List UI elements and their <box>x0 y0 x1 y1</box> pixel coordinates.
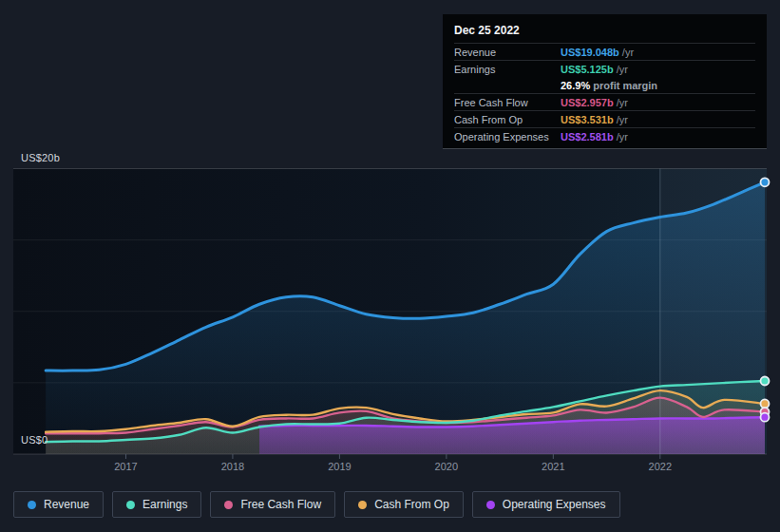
tooltip-row-label: Earnings <box>454 64 561 75</box>
tooltip-row-label: Revenue <box>454 47 561 58</box>
legend-dot-icon <box>28 501 36 509</box>
profit-margin-label: profit margin <box>590 80 657 91</box>
per-year-suffix: /yr <box>614 114 628 125</box>
legend-label: Earnings <box>143 498 187 511</box>
y-axis-label-top: US$20b <box>21 152 60 163</box>
tooltip-row-value: US$2.957b /yr <box>561 97 628 108</box>
per-year-suffix: /yr <box>614 64 628 75</box>
legend-item-revenue[interactable]: Revenue <box>13 491 104 518</box>
tooltip-row-label: Operating Expenses <box>454 131 561 142</box>
x-axis-label-2017: 2017 <box>114 461 137 472</box>
x-axis-label-2022: 2022 <box>649 461 672 472</box>
tooltip-row: 26.9% profit margin <box>454 77 755 93</box>
marker-cash-from-op[interactable] <box>761 399 770 408</box>
tooltip-row-label: Cash From Op <box>454 114 561 125</box>
tooltip-row: Operating ExpensesUS$2.581b /yr <box>454 127 755 144</box>
marker-earnings[interactable] <box>761 376 770 385</box>
chart-tooltip: Dec 25 2022 RevenueUS$19.048b /yrEarning… <box>443 14 767 149</box>
profit-margin-value: 26.9% <box>561 80 590 91</box>
tooltip-row-value: US$5.125b /yr <box>561 64 628 75</box>
legend-dot-icon <box>358 501 367 509</box>
legend-label: Revenue <box>44 498 89 511</box>
tooltip-row: Cash From OpUS$3.531b /yr <box>454 110 755 127</box>
legend-dot-icon <box>224 501 233 509</box>
legend-item-earnings[interactable]: Earnings <box>112 491 201 518</box>
tooltip-row: RevenueUS$19.048b /yr <box>454 43 755 60</box>
marker-operating-expenses[interactable] <box>761 413 770 422</box>
x-axis-label-2021: 2021 <box>542 461 564 472</box>
chart-legend: RevenueEarningsFree Cash FlowCash From O… <box>13 491 620 518</box>
per-year-suffix: /yr <box>614 97 628 108</box>
legend-dot-icon <box>126 501 135 509</box>
tooltip-rows: RevenueUS$19.048b /yrEarningsUS$5.125b /… <box>454 43 755 144</box>
y-axis-label-bottom: US$0 <box>21 434 48 446</box>
legend-dot-icon <box>486 501 495 509</box>
per-year-suffix: /yr <box>614 131 628 142</box>
tooltip-date: Dec 25 2022 <box>454 20 755 43</box>
marker-revenue[interactable] <box>761 178 770 186</box>
tooltip-row-value: 26.9% profit margin <box>561 80 657 91</box>
legend-item-free-cash-flow[interactable]: Free Cash Flow <box>210 491 335 518</box>
legend-label: Cash From Op <box>374 498 449 511</box>
per-year-suffix: /yr <box>619 47 634 58</box>
tooltip-row: Free Cash FlowUS$2.957b /yr <box>454 93 755 110</box>
x-axis-label-2019: 2019 <box>328 461 351 472</box>
legend-label: Operating Expenses <box>503 498 606 511</box>
legend-label: Free Cash Flow <box>240 498 321 511</box>
tooltip-row-value: US$3.531b /yr <box>561 114 628 125</box>
tooltip-row: EarningsUS$5.125b /yr <box>454 60 755 77</box>
tooltip-row-value: US$2.581b /yr <box>561 131 628 142</box>
tooltip-row-value: US$19.048b /yr <box>561 47 634 58</box>
tooltip-row-label: Free Cash Flow <box>454 97 561 108</box>
legend-item-operating-expenses[interactable]: Operating Expenses <box>472 491 620 518</box>
financial-chart-panel: US$20b US$0 201720182019202020212022 Dec… <box>0 0 780 532</box>
legend-item-cash-from-op[interactable]: Cash From Op <box>344 491 464 518</box>
x-axis-label-2018: 2018 <box>221 461 244 472</box>
x-axis-label-2020: 2020 <box>435 461 458 472</box>
